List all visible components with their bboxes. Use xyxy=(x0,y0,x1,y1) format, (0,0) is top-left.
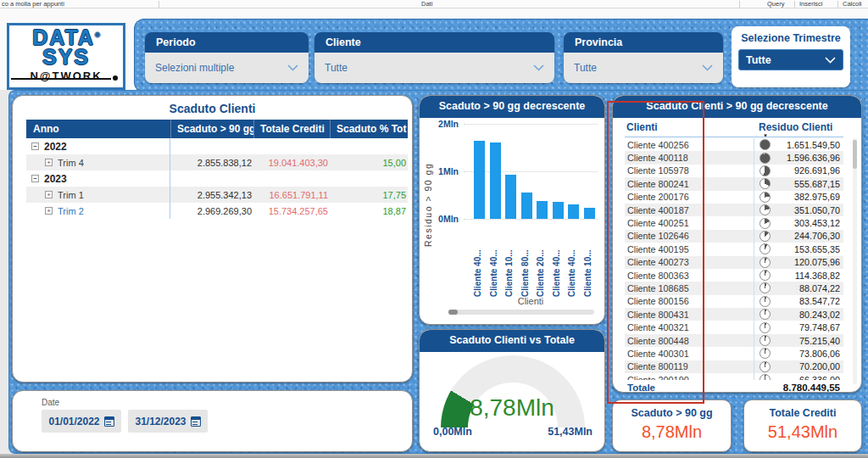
filter-cliente-dropdown[interactable]: Tutte xyxy=(314,53,554,83)
client-name: Cliente 800448 xyxy=(625,336,754,346)
column-header-anno[interactable]: Anno xyxy=(26,120,170,138)
list-item[interactable]: Cliente 102646244.706,30 xyxy=(625,230,843,243)
expand-icon[interactable]: + xyxy=(45,159,53,166)
bar[interactable] xyxy=(584,208,595,219)
residuo-value: 75.215,40 xyxy=(771,336,843,346)
column-header-scaduto[interactable]: Scaduto > 90 gg xyxy=(170,120,253,138)
gridline xyxy=(464,219,598,220)
chevron-down-icon[interactable] xyxy=(702,64,713,71)
list-item[interactable]: Cliente 10868588.074,22 xyxy=(625,282,843,294)
horizontal-scrollbar[interactable] xyxy=(448,310,594,315)
residuo-value: 70.200,00 xyxy=(771,361,843,371)
row-label-text: 2022 xyxy=(44,141,67,153)
chevron-down-icon[interactable] xyxy=(533,64,544,71)
list-item[interactable]: Cliente 80015683.547,72 xyxy=(625,295,843,308)
list-item[interactable]: Cliente 200176382.975,69 xyxy=(625,191,843,204)
list-item[interactable]: Cliente 80043180.243,02 xyxy=(625,308,843,321)
chevron-down-icon[interactable] xyxy=(287,64,298,71)
vertical-scrollbar[interactable] xyxy=(853,138,857,384)
list-item[interactable]: Cliente 400273120.075,96 xyxy=(625,256,843,269)
scrollbar-thumb[interactable] xyxy=(853,140,857,169)
ribbon-item-dati[interactable]: Dati xyxy=(421,0,432,8)
scrollbar-thumb[interactable] xyxy=(448,310,458,315)
list-item[interactable]: Cliente 400251303.453,12 xyxy=(625,216,843,229)
calendar-icon[interactable] xyxy=(104,416,114,427)
ribbon-item-appunti[interactable]: co a molla per appunti xyxy=(2,0,64,8)
list-item[interactable]: Cliente 800241555.687,15 xyxy=(625,177,843,190)
residuo-value: 80.243,02 xyxy=(771,310,843,320)
list-item[interactable]: Cliente 40032179.748,67 xyxy=(625,321,843,333)
ribbon-item-calcoli[interactable]: Calcoli xyxy=(843,0,862,8)
bar[interactable] xyxy=(553,202,564,219)
list-item[interactable]: Cliente 4001181.596.636,96 xyxy=(625,151,843,164)
date-start-input[interactable]: 01/01/2022 xyxy=(42,410,121,433)
column-header-crediti[interactable]: Totale Crediti xyxy=(253,120,330,138)
kpi-card-scaduto[interactable]: Scaduto > 90 gg 8,78Mln xyxy=(612,399,732,452)
residuo-cell: 73.806,06 xyxy=(754,347,843,360)
residuo-value: 114.368,82 xyxy=(771,271,843,281)
filter-periodo-dropdown[interactable]: Selezioni multiple xyxy=(145,53,309,83)
bar[interactable] xyxy=(490,142,501,219)
list-item[interactable]: Cliente 20019066.336,00 xyxy=(625,373,843,380)
column-header-residuo[interactable]: Residuo Clienti xyxy=(759,121,832,133)
pie-indicator-icon xyxy=(760,192,771,203)
kpi-value: 8,78Mln xyxy=(613,422,731,442)
list-item[interactable]: Cliente 80011970.200,00 xyxy=(625,360,843,373)
scaduto-value: 2.969.269,30 xyxy=(170,206,253,216)
client-name: Cliente 400118 xyxy=(625,153,754,163)
kpi-card-crediti[interactable]: Totale Crediti 51,43Mln xyxy=(743,399,862,452)
expand-icon[interactable]: + xyxy=(45,207,53,215)
table-row[interactable]: −2022 xyxy=(26,138,408,154)
client-name: Cliente 400187 xyxy=(625,205,754,215)
pie-indicator-icon xyxy=(760,139,771,150)
bar[interactable] xyxy=(474,141,485,219)
x-axis-label: Cliente 80... xyxy=(520,232,533,297)
ribbon-item-inserisci[interactable]: Inserisci xyxy=(799,0,823,8)
table-row[interactable]: −2023 xyxy=(26,170,408,187)
ribbon-item-query[interactable]: Query xyxy=(767,0,784,8)
ribbon-separator xyxy=(739,1,740,8)
date-end-value: 31/12/2023 xyxy=(135,416,186,427)
residuo-cell: 88.074,22 xyxy=(754,282,843,294)
table-row[interactable]: +Trim 12.955.342,1316.651.791,1117,75 xyxy=(26,187,408,203)
header-area: DATA® SYS N@TWORK Periodo Selezioni mult… xyxy=(0,8,868,90)
pie-indicator-icon xyxy=(760,270,771,281)
x-axis-label: Cliente 40... xyxy=(489,232,502,297)
bar[interactable] xyxy=(521,193,532,219)
residuo-value: 88.074,22 xyxy=(771,283,843,293)
bar[interactable] xyxy=(568,204,579,219)
collapse-icon[interactable]: − xyxy=(31,142,39,150)
calendar-icon[interactable] xyxy=(191,416,201,427)
list-item[interactable]: Cliente 4002561.651.549,50 xyxy=(625,138,843,151)
collapse-icon[interactable]: − xyxy=(31,175,39,182)
table-row[interactable]: +Trim 42.855.838,1219.041.403,3015,00 xyxy=(26,154,408,170)
date-end-input[interactable]: 31/12/2023 xyxy=(128,410,208,433)
residuo-cell: 1.596.636,96 xyxy=(754,151,843,164)
pie-indicator-icon xyxy=(760,309,771,320)
filter-provincia-dropdown[interactable]: Tutte xyxy=(564,53,723,83)
chevron-down-icon[interactable] xyxy=(825,57,836,64)
client-name: Cliente 400251 xyxy=(625,218,754,228)
expand-icon[interactable]: + xyxy=(45,191,53,198)
scaduto-table-body: −2022+Trim 42.855.838,1219.041.403,3015,… xyxy=(26,138,408,219)
residuo-value: 244.706,30 xyxy=(771,231,843,241)
filter-periodo: Periodo Selezioni multiple xyxy=(145,32,309,83)
list-item[interactable]: Cliente 40030173.806,06 xyxy=(625,347,843,360)
column-header-pct[interactable]: Scaduto % Tot xyxy=(330,120,408,138)
table-row[interactable]: +Trim 22.969.269,3015.734.257,6518,87 xyxy=(26,203,408,219)
pie-indicator-icon xyxy=(760,361,771,372)
list-item[interactable]: Cliente 105978926.691,96 xyxy=(625,165,843,177)
x-axis-label: Cliente 40... xyxy=(552,232,565,297)
kpi-value: 51,43Mln xyxy=(744,422,861,442)
bar[interactable] xyxy=(505,175,516,219)
column-header-clienti[interactable]: Clienti xyxy=(626,121,658,133)
filter-trimestre-dropdown[interactable]: Tutte xyxy=(738,49,843,70)
row-label-text: Trim 1 xyxy=(58,190,84,200)
total-row: Totale 8.780.449,55 xyxy=(625,380,843,393)
list-item[interactable]: Cliente 400187351.050,70 xyxy=(625,204,843,216)
crediti-value: 19.041.403,30 xyxy=(253,158,330,168)
list-item[interactable]: Cliente 400195153.655,35 xyxy=(625,243,843,255)
bar[interactable] xyxy=(537,201,548,219)
list-item[interactable]: Cliente 800363114.368,82 xyxy=(625,269,843,282)
list-item[interactable]: Cliente 80044875.215,40 xyxy=(625,334,843,347)
